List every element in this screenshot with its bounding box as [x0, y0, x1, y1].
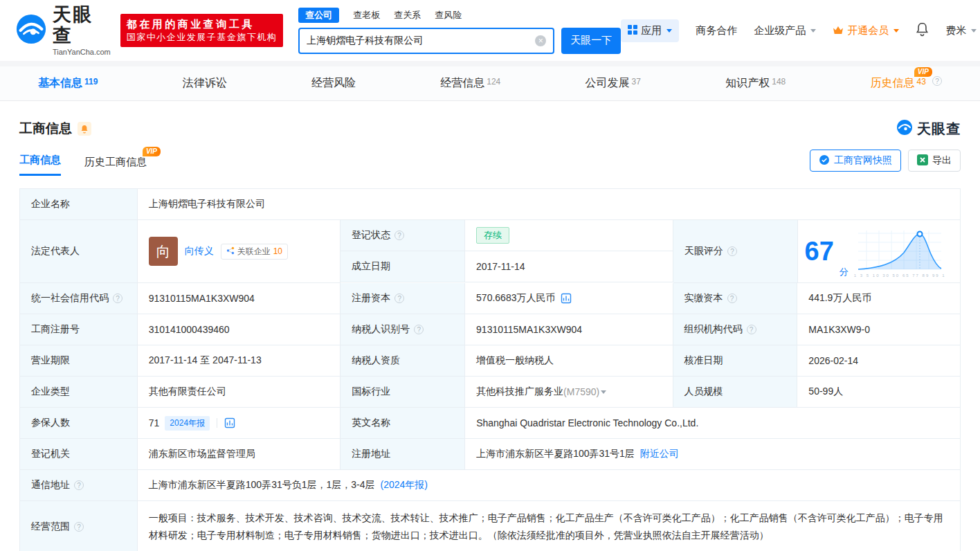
uscc-value: 91310115MA1K3XW904 [138, 283, 341, 314]
company-type-label: 企业类型 [20, 377, 138, 408]
staff-size-label: 人员规模 [673, 377, 798, 408]
insured-count-value: 71 2024年报 [138, 408, 341, 439]
paid-capital-value: 441.9万人民币 [797, 283, 960, 314]
apps-grid-icon [628, 25, 637, 37]
comm-address-label: 通信地址 [20, 470, 138, 501]
business-term-value: 2017-11-14 至 2047-11-13 [138, 345, 341, 377]
company-name-value: 上海钥熠电子科技有限公司 [138, 189, 960, 220]
capital-trend-icon[interactable] [561, 293, 572, 304]
clear-search-icon[interactable] [535, 35, 546, 46]
help-icon[interactable] [394, 293, 404, 303]
table-row: 经营范围 一般项目：技术服务、技术开发、技术咨询、技术交流、技术转让、技术推广；… [20, 501, 960, 551]
english-name-label: 英文名称 [341, 408, 465, 439]
help-icon[interactable] [932, 76, 942, 86]
industry-label: 国标行业 [341, 377, 465, 408]
help-icon[interactable] [727, 293, 737, 303]
search-box[interactable] [298, 28, 554, 54]
tab-history-info[interactable]: VIP 历史信息 43 [871, 73, 942, 93]
table-row: 法定代表人 向 向传义 关联企业 10 登记状态 [20, 220, 960, 283]
search-tab-company[interactable]: 查公司 [298, 8, 339, 23]
tab-operating-risk[interactable]: 经营风险 [311, 73, 356, 93]
brand-domain: TianYanCha.com [53, 48, 111, 56]
help-icon[interactable] [74, 522, 84, 532]
help-icon[interactable] [747, 325, 756, 334]
menu-cooperation[interactable]: 商务合作 [696, 24, 737, 37]
business-scope-label: 经营范围 [20, 501, 138, 551]
paid-capital-label: 实缴资本 [673, 283, 798, 314]
main-content: 工商信息 天眼查 工商信息 历史工商信息 VIP 工商官网快照 [0, 119, 980, 551]
related-companies-badge[interactable]: 关联企业 10 [221, 244, 288, 260]
notification-bell[interactable] [916, 22, 929, 39]
subscribe-bell-icon[interactable] [78, 122, 91, 136]
tianyancha-logo-icon [896, 119, 913, 138]
search-tabs: 查公司 查老板 查关系 查风险 [298, 8, 621, 23]
tab-company-development[interactable]: 公司发展 37 [586, 73, 641, 93]
insured-count-label: 参保人数 [20, 408, 138, 439]
insured-trend-icon[interactable] [224, 417, 235, 428]
tab-operating-info[interactable]: 经营信息 124 [440, 73, 500, 93]
tianyancha-logo[interactable]: 天眼查 TianYanCha.com [15, 5, 111, 55]
divider [217, 418, 217, 428]
reg-status-value: 存续 [465, 220, 673, 251]
bell-icon [916, 22, 929, 39]
help-icon[interactable] [414, 325, 424, 334]
search-tab-relation[interactable]: 查关系 [394, 8, 421, 23]
help-icon[interactable] [727, 246, 737, 256]
official-snapshot-button[interactable]: 工商官网快照 [810, 150, 901, 172]
establish-date-value: 2017-11-14 [465, 251, 673, 282]
search-tab-risk[interactable]: 查风险 [435, 8, 462, 23]
annual-report-badge[interactable]: 2024年报 [165, 416, 210, 431]
menu-enterprise-products[interactable]: 企业级产品 [754, 24, 816, 37]
reg-capital-label: 注册资本 [341, 283, 465, 314]
top-menu: 应用 商务合作 企业级产品 开通会员 费米 [621, 19, 977, 42]
chevron-down-icon [971, 29, 977, 33]
score-chart-ticks: 1 3 5 10 30 50 65 77 89 99 100 [854, 273, 945, 278]
business-info-table: 企业名称 上海钥熠电子科技有限公司 法定代表人 向 向传义 关联企业 10 [19, 188, 961, 551]
reg-address-value: 上海市浦东新区半夏路100弄31号1层 附近公司 [465, 439, 960, 470]
chevron-down-icon[interactable] [601, 390, 606, 394]
legal-rep-avatar[interactable]: 向 [149, 237, 178, 266]
table-row: 参保人数 71 2024年报 英文名称 Shanghai Quadristar … [20, 408, 960, 439]
page-divider [0, 61, 980, 66]
slogan-line2: 国家中小企业发展子基金旗下机构 [127, 31, 278, 44]
table-row: 企业类型 其他有限责任公司 国标行业 其他科技推广服务业 (M7590) 人员规… [20, 377, 960, 408]
help-icon[interactable] [74, 480, 84, 490]
reg-address-label: 注册地址 [341, 439, 465, 470]
table-row: 企业名称 上海钥熠电子科技有限公司 [20, 189, 960, 220]
subtab-business-info[interactable]: 工商信息 [19, 154, 61, 176]
menu-apps[interactable]: 应用 [621, 19, 679, 42]
brand-slogan: 都在用的商业查询工具 国家中小企业发展子基金旗下机构 [120, 14, 284, 47]
search-input[interactable] [307, 35, 535, 46]
status-badge: 存续 [476, 227, 509, 244]
company-nav-tabs: 基本信息 119 法律诉讼 经营风险 经营信息 124 公司发展 37 知识产权… [0, 66, 980, 101]
legal-rep-label: 法定代表人 [20, 220, 138, 283]
reg-authority-label: 登记机关 [20, 439, 138, 470]
section-title: 工商信息 [19, 120, 72, 138]
tab-legal-litigation[interactable]: 法律诉讼 [183, 73, 227, 93]
legal-rep-value: 向 向传义 关联企业 10 [138, 220, 341, 283]
search-button[interactable]: 天眼一下 [561, 28, 621, 54]
approve-date-label: 核准日期 [673, 345, 798, 377]
tab-basic-info[interactable]: 基本信息 119 [38, 73, 98, 93]
establish-date-label: 成立日期 [341, 251, 465, 282]
menu-open-vip[interactable]: 开通会员 [833, 24, 899, 37]
menu-user[interactable]: 费米 [945, 24, 977, 37]
legal-rep-link[interactable]: 向传义 [185, 245, 214, 258]
subtab-history-business-info[interactable]: 历史工商信息 VIP [84, 156, 147, 176]
help-icon[interactable] [113, 293, 122, 303]
staff-size-value: 50-99人 [797, 377, 960, 408]
search-tab-boss[interactable]: 查老板 [353, 8, 380, 23]
help-icon[interactable] [394, 231, 404, 240]
chevron-down-icon [810, 29, 816, 33]
approve-date-value: 2026-02-14 [797, 345, 960, 377]
english-name-value: Shanghai Quadristar Electronic Technolog… [465, 408, 960, 439]
vip-badge: VIP [143, 147, 161, 156]
export-button[interactable]: 导出 [908, 150, 961, 172]
annual-report-link[interactable]: (2024年报) [381, 479, 428, 491]
company-name-label: 企业名称 [20, 189, 138, 220]
reg-number-label: 工商注册号 [20, 314, 138, 345]
business-scope-value: 一般项目：技术服务、技术开发、技术咨询、技术交流、技术转让、技术推广；电子产品销… [138, 501, 960, 551]
tab-intellectual-property[interactable]: 知识产权 148 [725, 73, 786, 93]
comm-address-value: 上海市浦东新区半夏路100弄31号负1层，1层，3-4层 (2024年报) [138, 470, 960, 501]
nearby-companies-link[interactable]: 附近公司 [640, 448, 679, 460]
